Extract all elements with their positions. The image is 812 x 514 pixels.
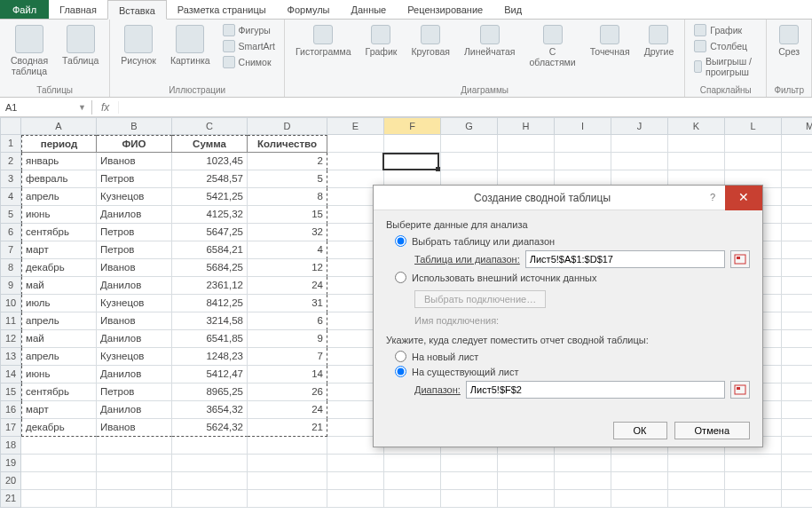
cell-G2[interactable] (441, 153, 498, 170)
cell-C21[interactable] (172, 490, 248, 508)
cell-C2[interactable]: 1023,45 (172, 153, 248, 170)
cell-A14[interactable]: июнь (21, 366, 97, 384)
clipart-button[interactable]: Картинка (167, 23, 214, 67)
cell-H21[interactable] (498, 490, 555, 508)
chart-other-button[interactable]: Другие (641, 23, 678, 59)
cell-B4[interactable]: Кузнецов (97, 188, 172, 206)
cell-K21[interactable] (668, 490, 725, 508)
cell-B6[interactable]: Петров (97, 224, 172, 241)
cell-B19[interactable] (97, 455, 172, 472)
cell-A11[interactable]: апрель (21, 312, 97, 330)
cell-C19[interactable] (172, 455, 248, 472)
cell-M17[interactable] (782, 419, 812, 437)
file-tab[interactable]: Файл (0, 0, 49, 19)
tab-review[interactable]: Рецензирование (397, 0, 493, 19)
cell-M21[interactable] (782, 490, 812, 508)
row-header-17[interactable]: 17 (0, 419, 21, 437)
cell-M4[interactable] (782, 188, 812, 206)
cell-A5[interactable]: июнь (21, 206, 97, 224)
cell-C9[interactable]: 2361,12 (172, 277, 248, 295)
radio-select-range[interactable]: Выбрать таблицу или диапазон (395, 235, 750, 247)
cell-E19[interactable] (327, 455, 384, 472)
row-header-11[interactable]: 11 (0, 312, 21, 330)
column-header-E[interactable]: E (327, 117, 384, 135)
cell-A19[interactable] (21, 455, 97, 472)
tab-data[interactable]: Данные (340, 0, 397, 19)
cell-M1[interactable] (782, 135, 812, 153)
cell-L21[interactable] (725, 490, 782, 508)
column-header-A[interactable]: A (21, 117, 97, 135)
chart-bar-button[interactable]: Линейчатая (461, 23, 519, 59)
cell-A2[interactable]: январь (21, 153, 97, 170)
smartart-button[interactable]: SmartArt (221, 39, 277, 53)
radio-new-sheet-input[interactable] (395, 351, 406, 362)
radio-new-sheet[interactable]: На новый лист (395, 351, 750, 362)
cell-L20[interactable] (725, 472, 782, 490)
close-button[interactable]: ✕ (725, 186, 762, 210)
chart-area-button[interactable]: С областями (526, 23, 579, 69)
cell-L1[interactable] (725, 135, 782, 153)
column-header-K[interactable]: K (668, 117, 725, 135)
row-header-4[interactable]: 4 (0, 188, 21, 206)
cell-C17[interactable]: 5624,32 (172, 419, 248, 437)
cell-B15[interactable]: Петров (97, 384, 172, 401)
cell-H1[interactable] (498, 135, 555, 153)
cell-D13[interactable]: 7 (248, 348, 327, 366)
cell-D4[interactable]: 8 (248, 188, 327, 206)
cell-D17[interactable]: 21 (248, 419, 327, 437)
column-header-L[interactable]: L (725, 117, 782, 135)
column-header-I[interactable]: I (555, 117, 611, 135)
cell-B21[interactable] (97, 490, 172, 508)
slicer-button[interactable]: Срез (775, 23, 803, 59)
row-header-8[interactable]: 8 (0, 259, 21, 277)
cell-D12[interactable]: 9 (248, 330, 327, 348)
cell-D6[interactable]: 32 (248, 224, 327, 241)
cell-A12[interactable]: май (21, 330, 97, 348)
cell-M12[interactable] (782, 330, 812, 348)
tab-home[interactable]: Главная (49, 0, 107, 19)
radio-existing-sheet[interactable]: На существующий лист (395, 366, 750, 377)
row-header-2[interactable]: 2 (0, 153, 21, 170)
cell-J2[interactable] (611, 153, 668, 170)
chart-line-button[interactable]: График (362, 23, 401, 59)
cell-D8[interactable]: 12 (248, 259, 327, 277)
radio-select-range-input[interactable] (395, 235, 406, 247)
row-header-21[interactable]: 21 (0, 490, 21, 508)
cell-D3[interactable]: 5 (248, 170, 327, 188)
cell-I20[interactable] (555, 472, 611, 490)
cell-B1[interactable]: ФИО (97, 135, 172, 153)
cell-A8[interactable]: декабрь (21, 259, 97, 277)
cell-A3[interactable]: февраль (21, 170, 97, 188)
cell-A21[interactable] (21, 490, 97, 508)
cell-C18[interactable] (172, 437, 248, 455)
cell-J20[interactable] (611, 472, 668, 490)
cell-G1[interactable] (441, 135, 498, 153)
row-header-6[interactable]: 6 (0, 224, 21, 241)
tab-insert[interactable]: Вставка (107, 0, 167, 20)
cell-A20[interactable] (21, 472, 97, 490)
cell-I19[interactable] (555, 455, 611, 472)
cell-D9[interactable]: 24 (248, 277, 327, 295)
column-header-F[interactable]: F (384, 117, 441, 135)
screenshot-button[interactable]: Снимок (221, 55, 277, 69)
cell-J1[interactable] (611, 135, 668, 153)
table-button[interactable]: Таблица (59, 23, 102, 67)
shapes-button[interactable]: Фигуры (221, 23, 277, 37)
cell-M13[interactable] (782, 348, 812, 366)
cell-A13[interactable]: апрель (21, 348, 97, 366)
cell-A17[interactable]: декабрь (21, 419, 97, 437)
cell-M14[interactable] (782, 366, 812, 384)
cell-B9[interactable]: Данилов (97, 277, 172, 295)
fx-button[interactable]: fx (92, 101, 119, 114)
destination-picker-button[interactable] (730, 381, 750, 399)
cell-C13[interactable]: 1248,23 (172, 348, 248, 366)
cell-K19[interactable] (668, 455, 725, 472)
sparkline-winloss-button[interactable]: Выигрыш / проигрыш (692, 55, 759, 78)
cell-C16[interactable]: 3654,32 (172, 401, 248, 419)
cell-C20[interactable] (172, 472, 248, 490)
chart-column-button[interactable]: Гистограмма (292, 23, 355, 59)
cell-D19[interactable] (248, 455, 327, 472)
cell-G21[interactable] (441, 490, 498, 508)
radio-external[interactable]: Использовать внешний источник данных (395, 272, 750, 283)
row-header-9[interactable]: 9 (0, 277, 21, 295)
